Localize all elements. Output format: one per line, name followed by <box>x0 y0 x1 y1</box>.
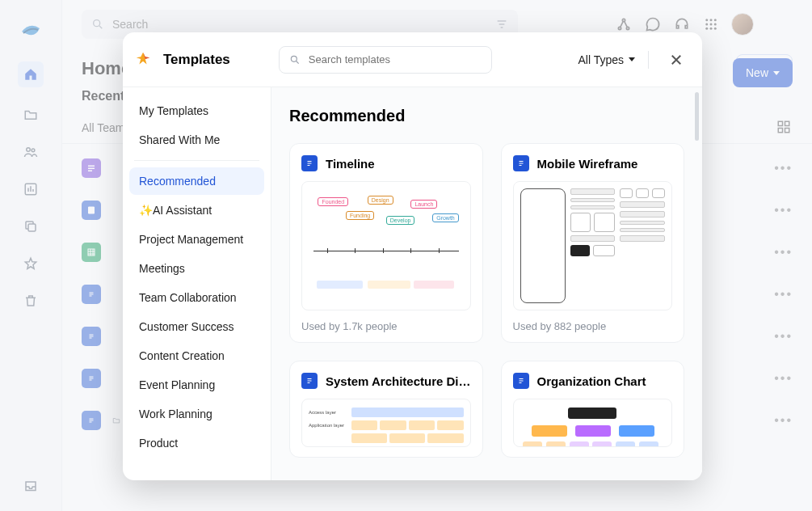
row-more-icon[interactable]: ••• <box>774 371 793 386</box>
chevron-down-icon <box>773 71 780 75</box>
template-card-mobile-wireframe[interactable]: Mobile Wireframe <box>501 143 684 343</box>
card-preview <box>513 399 672 447</box>
apps-icon[interactable] <box>702 15 720 33</box>
svg-point-9 <box>710 19 713 21</box>
sidebar-item-recommended[interactable]: Recommended <box>129 167 264 195</box>
doc-type-icon <box>82 158 101 178</box>
sidebar-item-work-planning[interactable]: Work Planning <box>129 400 264 428</box>
nav-copy[interactable] <box>21 217 40 236</box>
svg-point-0 <box>27 148 31 152</box>
close-button[interactable] <box>667 50 686 70</box>
row-more-icon[interactable]: ••• <box>774 203 793 217</box>
svg-rect-21 <box>88 249 95 256</box>
sidebar-item-product[interactable]: Product <box>129 429 264 457</box>
templates-logo-icon <box>134 51 152 69</box>
sidebar-item-customer-success[interactable]: Customer Success <box>129 313 264 340</box>
chevron-down-icon <box>629 57 635 61</box>
sidebar-item-shared[interactable]: Shared With Me <box>129 126 264 154</box>
template-search-input[interactable] <box>309 53 482 65</box>
template-card-system-architecture[interactable]: System Architecture Di… Access layer App… <box>289 361 483 458</box>
svg-point-7 <box>626 27 629 29</box>
templates-modal: Templates All Types My Templates Shared … <box>123 32 702 480</box>
nav-inbox[interactable] <box>21 477 40 496</box>
doc-icon <box>301 373 318 389</box>
card-title: Organization Chart <box>537 374 646 388</box>
sidebar-item-project-management[interactable]: Project Management <box>129 226 264 253</box>
svg-point-5 <box>618 27 621 29</box>
sidebar-item-content-creation[interactable]: Content Creation <box>129 342 264 370</box>
svg-rect-19 <box>778 128 782 132</box>
type-filter[interactable]: All Types <box>578 51 649 69</box>
card-preview: Founded Funding Design Develop Launch Gr… <box>301 181 471 310</box>
share-icon[interactable] <box>615 15 633 33</box>
card-title: Timeline <box>326 157 375 171</box>
nav-folder[interactable] <box>21 105 40 125</box>
folder-icon <box>112 416 120 424</box>
sidebar-item-ai-assistant[interactable]: ✨AI Assistant <box>129 196 264 224</box>
nav-people[interactable] <box>21 142 40 162</box>
sidebar-item-event-planning[interactable]: Event Planning <box>129 371 264 399</box>
app-logo <box>18 18 44 44</box>
modal-title: Templates <box>163 52 230 68</box>
modal-header: Templates All Types <box>123 32 702 87</box>
svg-point-11 <box>705 23 708 26</box>
scrollbar[interactable] <box>695 92 699 141</box>
template-card-timeline[interactable]: Timeline Founded Funding Design Develop … <box>289 143 483 343</box>
svg-point-23 <box>291 56 297 61</box>
svg-rect-20 <box>785 128 789 132</box>
template-search[interactable] <box>279 46 492 74</box>
grid-view-icon[interactable] <box>776 120 793 136</box>
chat-icon[interactable] <box>644 15 662 33</box>
row-more-icon[interactable]: ••• <box>774 413 793 428</box>
svg-point-15 <box>710 27 713 30</box>
svg-point-1 <box>32 149 35 152</box>
svg-point-12 <box>710 23 713 26</box>
doc-type-icon <box>82 285 101 304</box>
doc-type-icon <box>82 369 101 388</box>
nav-star[interactable] <box>21 254 40 273</box>
card-preview: Access layer Application layer <box>301 399 471 447</box>
svg-rect-3 <box>28 224 36 231</box>
card-title: System Architecture Di… <box>326 374 471 388</box>
row-more-icon[interactable]: ••• <box>774 245 793 260</box>
content-heading: Recommended <box>289 107 684 125</box>
doc-type-icon <box>82 327 101 346</box>
row-more-icon[interactable]: ••• <box>774 329 793 344</box>
template-card-organization-chart[interactable]: Organization Chart <box>501 361 684 458</box>
sidebar-item-my-templates[interactable]: My Templates <box>129 97 264 125</box>
close-icon <box>669 53 684 67</box>
nav-dashboard[interactable] <box>21 179 40 199</box>
svg-point-16 <box>714 27 717 30</box>
doc-type-icon <box>82 411 101 430</box>
sidebar-item-meetings[interactable]: Meetings <box>129 255 264 282</box>
svg-point-13 <box>714 23 717 26</box>
svg-point-6 <box>622 19 625 21</box>
svg-point-8 <box>705 19 708 21</box>
headset-icon[interactable] <box>673 15 691 33</box>
doc-icon <box>513 155 529 171</box>
svg-rect-17 <box>778 121 782 125</box>
search-icon <box>91 18 104 31</box>
templates-content: Recommended Timeline Founded Funding <box>271 87 702 480</box>
card-preview <box>513 181 672 310</box>
nav-home[interactable] <box>18 61 44 87</box>
card-title: Mobile Wireframe <box>537 157 638 171</box>
doc-type-icon <box>82 243 101 262</box>
row-more-icon[interactable]: ••• <box>774 287 793 302</box>
card-meta: Used by 1.7k people <box>301 320 471 332</box>
type-filter-label: All Types <box>578 53 624 66</box>
nav-trash[interactable] <box>21 291 40 310</box>
global-search-input[interactable] <box>112 18 487 31</box>
search-icon <box>289 54 301 65</box>
svg-point-4 <box>94 20 100 27</box>
new-button[interactable]: New <box>733 58 793 87</box>
doc-type-icon <box>82 201 101 220</box>
doc-icon <box>513 373 529 389</box>
modal-sidebar: My Templates Shared With Me Recommended … <box>123 87 271 480</box>
sidebar-item-team-collaboration[interactable]: Team Collaboration <box>129 284 264 311</box>
sidebar-divider <box>134 160 259 161</box>
avatar[interactable] <box>731 13 754 36</box>
row-more-icon[interactable]: ••• <box>774 161 793 175</box>
filter-icon[interactable] <box>495 18 508 31</box>
svg-rect-18 <box>785 121 789 125</box>
